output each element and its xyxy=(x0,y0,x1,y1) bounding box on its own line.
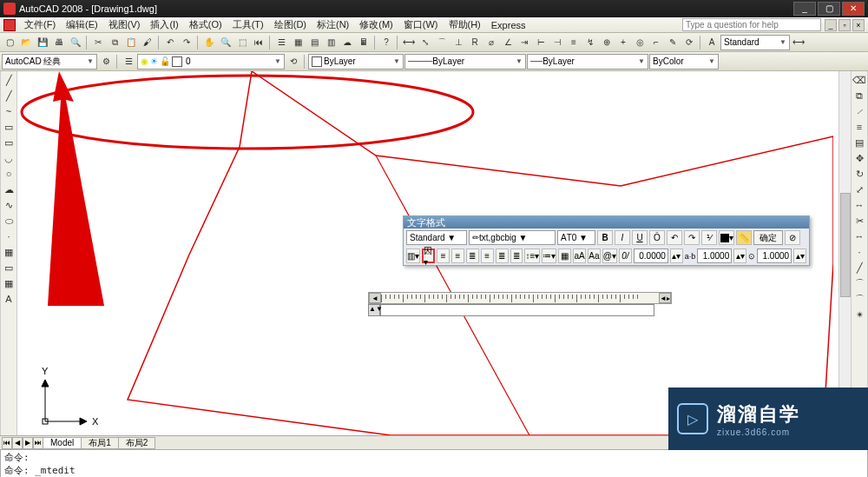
undo-icon[interactable]: ↶ xyxy=(162,35,178,50)
dim-ordinate-icon[interactable]: ⊥ xyxy=(450,35,466,50)
layer-prev-icon[interactable]: ⟲ xyxy=(286,54,301,70)
redo-text-icon[interactable]: ↷ xyxy=(684,230,700,245)
underline-button[interactable]: U xyxy=(632,230,648,245)
dim-space-icon[interactable]: ≡ xyxy=(566,35,582,50)
zoom-prev-icon[interactable]: ⏮ xyxy=(251,35,266,50)
designcenter-icon[interactable]: ▦ xyxy=(290,35,306,50)
align-center-icon[interactable]: ≣ xyxy=(466,248,479,263)
mtext-ruler[interactable]: ◄ ◄▸ xyxy=(368,292,672,304)
extend-icon[interactable]: ↔ xyxy=(852,229,866,243)
mdi-restore[interactable]: ▫ xyxy=(838,19,851,31)
maximize-button[interactable]: ▢ xyxy=(818,2,840,16)
erase-icon[interactable]: ⌫ xyxy=(852,73,866,87)
dim-arc-icon[interactable]: ⌒ xyxy=(434,35,450,50)
ok-button[interactable]: 确定 xyxy=(753,230,783,245)
fillet-icon[interactable]: ⌒ xyxy=(852,292,866,306)
zoom-realtime-icon[interactable]: 🔍 xyxy=(218,35,233,50)
copy-icon[interactable]: ⧉ xyxy=(107,35,122,50)
array-icon[interactable]: ▤ xyxy=(852,136,866,149)
polyline-icon[interactable]: ~ xyxy=(2,104,16,118)
undo-text-icon[interactable]: ↶ xyxy=(667,230,682,245)
dim-quick-icon[interactable]: ⇥ xyxy=(516,35,532,50)
ruler-icon[interactable]: 📏 xyxy=(736,230,752,245)
help-search-input[interactable] xyxy=(682,18,821,31)
arc-icon[interactable]: ◡ xyxy=(2,151,16,165)
inspection-icon[interactable]: ◎ xyxy=(632,35,648,50)
line-icon[interactable]: ╱ xyxy=(2,73,16,87)
italic-button[interactable]: I xyxy=(615,230,630,245)
tolerance-icon[interactable]: ⊕ xyxy=(599,35,615,50)
menu-insert[interactable]: 插入(I) xyxy=(145,18,183,31)
oblique-spin[interactable]: ▴▾ xyxy=(793,248,806,263)
open-icon[interactable]: 📂 xyxy=(18,35,34,50)
scroll-thumb[interactable] xyxy=(840,193,851,297)
uppercase-icon[interactable]: aA xyxy=(573,248,586,263)
mdi-close[interactable]: × xyxy=(852,19,865,31)
circle-icon[interactable]: ○ xyxy=(2,167,16,181)
markup-icon[interactable]: ☁ xyxy=(339,35,355,50)
rectangle-icon[interactable]: ▭ xyxy=(2,136,16,149)
tab-layout1[interactable]: 布局1 xyxy=(81,437,119,449)
mtext-icon[interactable]: A xyxy=(2,292,16,306)
pan-icon[interactable]: ✋ xyxy=(201,35,217,50)
hatch-icon[interactable]: ▦ xyxy=(2,245,16,259)
menu-help[interactable]: 帮助(H) xyxy=(444,18,486,31)
save-icon[interactable]: 💾 xyxy=(35,35,50,50)
dim-update-icon[interactable]: ⟳ xyxy=(681,35,697,50)
table-icon[interactable]: ▦ xyxy=(2,276,16,290)
tracking-input[interactable] xyxy=(634,248,668,263)
tab-next-icon[interactable]: ▶ xyxy=(23,437,33,449)
numbering-icon[interactable]: ≔▾ xyxy=(542,248,556,263)
tab-prev-icon[interactable]: ◀ xyxy=(12,437,23,449)
paste-icon[interactable]: 📋 xyxy=(123,35,139,50)
text-style-icon[interactable]: A xyxy=(704,35,720,50)
linespace-icon[interactable]: ↕≡▾ xyxy=(524,248,540,263)
copy-obj-icon[interactable]: ⧉ xyxy=(852,89,866,103)
break-icon[interactable]: · xyxy=(852,245,866,259)
lineweight-combo[interactable]: ── ByLayer▼ xyxy=(527,54,648,70)
dim-baseline-icon[interactable]: ⊢ xyxy=(533,35,549,50)
linetype-combo[interactable]: ──── ByLayer▼ xyxy=(404,54,526,70)
tracking-spin[interactable]: ▴▾ xyxy=(670,248,683,263)
region-icon[interactable]: ▭ xyxy=(2,261,16,275)
align-left-icon[interactable]: ≡ xyxy=(451,248,464,263)
symbol-icon[interactable]: @▾ xyxy=(602,248,617,263)
xline-icon[interactable]: ╱ xyxy=(2,89,16,103)
offset-icon[interactable]: ≡ xyxy=(852,120,866,134)
text-style-combo[interactable]: Standard ▼ xyxy=(406,230,467,245)
mtext-height-handle[interactable]: ▲▼ xyxy=(368,304,380,316)
dim-continue-icon[interactable]: ⊣ xyxy=(549,35,565,50)
stack-icon[interactable]: ⅟ xyxy=(701,230,717,245)
vertical-scrollbar[interactable] xyxy=(838,71,851,435)
minimize-button[interactable]: _ xyxy=(793,2,816,16)
ruler-left-handle[interactable]: ◄ xyxy=(369,293,381,303)
options-icon[interactable]: ⊘ xyxy=(785,230,800,245)
dim-radius-icon[interactable]: R xyxy=(467,35,483,50)
menu-window[interactable]: 窗口(W) xyxy=(398,18,444,31)
rotate-icon[interactable]: ↻ xyxy=(852,167,866,181)
text-style-combo[interactable]: Standard▼ xyxy=(720,35,790,50)
menu-view[interactable]: 视图(V) xyxy=(103,18,146,31)
color-combo[interactable]: ByLayer▼ xyxy=(308,54,404,70)
tab-layout2[interactable]: 布局2 xyxy=(118,437,156,449)
dim-style-icon[interactable]: ⟷ xyxy=(791,35,806,50)
menu-dimension[interactable]: 标注(N) xyxy=(312,18,354,31)
dim-linear-icon[interactable]: ⟷ xyxy=(401,35,417,50)
move-icon[interactable]: ✥ xyxy=(852,151,866,165)
menu-file[interactable]: 文件(F) xyxy=(19,18,61,31)
menu-tools[interactable]: 工具(T) xyxy=(227,18,269,31)
zoom-window-icon[interactable]: ⬚ xyxy=(234,35,250,50)
columns-icon[interactable]: ▥▾ xyxy=(406,248,420,263)
mtext-editor[interactable] xyxy=(380,304,654,316)
help-icon[interactable]: ? xyxy=(378,35,394,50)
plot-icon[interactable]: 🖶 xyxy=(51,35,67,50)
dim-diameter-icon[interactable]: ⌀ xyxy=(483,35,499,50)
join-icon[interactable]: ╱ xyxy=(852,261,866,275)
menu-edit[interactable]: 编辑(E) xyxy=(61,18,103,31)
insert-icon[interactable]: · xyxy=(2,229,16,243)
oblique-input[interactable] xyxy=(757,248,792,263)
field-icon[interactable]: ▦ xyxy=(558,248,571,263)
plotstyle-combo[interactable]: ByColor▼ xyxy=(649,54,719,70)
explode-icon[interactable]: ✴ xyxy=(852,308,866,321)
stretch-icon[interactable]: ↔ xyxy=(852,198,866,212)
